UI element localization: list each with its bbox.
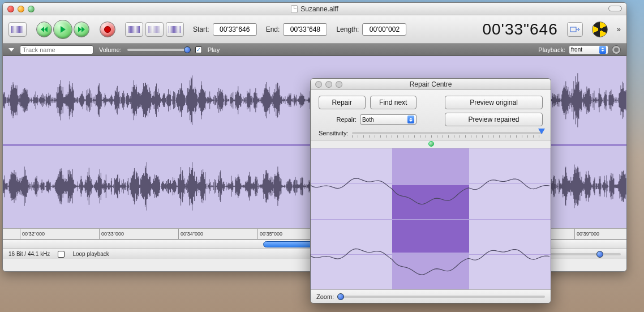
titlebar: Suzanne.aiff [3,3,626,15]
gear-icon[interactable] [612,45,621,54]
close-icon[interactable] [315,81,322,88]
sensitivity-slider[interactable] [352,132,543,134]
rewind-button[interactable] [36,22,52,37]
play-icon [61,26,66,33]
start-readout: Start: [193,23,257,36]
slider-thumb-icon[interactable] [184,46,191,53]
start-input[interactable] [213,23,257,36]
repair-zoom-label: Zoom: [316,293,334,300]
end-readout: End: [266,23,328,36]
audio-format-label: 16 Bit / 44.1 kHz [8,251,50,257]
window-controls [315,81,342,88]
export-icon [570,25,580,33]
record-icon [104,26,111,33]
slider-thumb-icon[interactable] [337,293,344,300]
select-arrows-icon [407,116,414,123]
ruler-tick: 00'34"000 [178,229,203,239]
length-readout: Length: [336,23,406,36]
minimize-icon[interactable] [18,6,24,12]
length-label: Length: [336,25,359,33]
repair-title-text: Repair Centre [410,80,452,88]
horizontal-scrollbar[interactable] [263,241,317,247]
ruler-tick: 00'35"000 [257,229,282,239]
repair-mode-label: Repair: [337,116,357,123]
repair-bottom-bar: Zoom: [311,289,551,303]
playback-select[interactable]: front [569,45,608,54]
loop-checkbox-label: Loop playback [72,251,109,257]
end-input[interactable] [283,23,327,36]
window-title-text: Suzanne.aiff [300,5,338,13]
start-label: Start: [193,25,209,33]
burn-button[interactable] [592,22,608,37]
repair-controls: Repair Find next Preview original Repair… [311,90,551,140]
play-checkbox-label: Play [208,46,220,53]
ruler-tick: 00'32"000 [20,229,45,239]
window-controls [7,6,35,12]
playback-select-value: front [571,46,582,53]
transport-controls [36,20,90,39]
edit-tools-group [125,22,184,37]
time-display: 00'33"646 [482,20,557,39]
toolbar: Start: End: Length: 00'33"646 » [3,15,626,44]
find-next-button[interactable]: Find next [370,96,417,109]
repair-zoom-slider[interactable] [337,296,545,298]
volume-slider[interactable] [127,49,190,51]
remove-marker-button[interactable] [145,22,164,37]
svg-rect-0 [570,27,576,32]
track-header: Volume: ✓ Play Playback: front [3,44,626,56]
marker-icon[interactable] [428,141,434,147]
waveform-icon [11,26,24,33]
zoom-icon[interactable] [336,81,342,88]
close-icon[interactable] [7,6,14,12]
repair-mode-value: Both [362,117,374,123]
forward-button[interactable] [74,22,89,37]
disclosure-icon[interactable] [8,48,14,52]
loop-checkbox[interactable]: ✓ [58,251,65,258]
play-checkbox[interactable]: ✓ [195,46,202,53]
slider-thumb-icon[interactable] [596,251,603,258]
end-label: End: [266,25,280,33]
repair-button[interactable]: Repair [319,96,366,109]
playback-controls: Playback: front [538,45,621,54]
zoom-icon[interactable] [28,6,35,12]
preview-repaired-button[interactable]: Preview repaired [445,113,543,126]
preview-original-button[interactable]: Preview original [445,96,543,109]
waveform-icon [169,26,181,33]
export-button[interactable] [567,22,583,37]
insert-marker-button[interactable] [125,22,143,37]
ruler-tick: 00'39"000 [574,229,599,239]
repair-marker-row [311,140,551,148]
slider-ticks [352,135,543,138]
ruler-tick: 00'33"000 [99,229,124,239]
overflow-icon[interactable]: » [617,25,621,33]
repair-titlebar: Repair Centre [311,79,551,90]
slider-thumb-icon[interactable] [538,129,545,134]
play-button[interactable] [53,20,72,39]
process-button[interactable] [166,22,184,37]
toolbar-toggle-icon[interactable] [608,6,622,11]
select-arrows-icon [599,46,606,54]
playback-label: Playback: [538,46,565,53]
repair-centre-window: Repair Centre Repair Find next Preview o… [310,78,551,304]
volume-label: Volume: [99,46,122,53]
sensitivity-label: Sensitivity: [319,130,349,136]
waveform-tool-button[interactable] [8,22,27,37]
repair-window-title: Repair Centre [311,80,551,88]
length-input[interactable] [362,23,406,36]
document-icon [291,5,298,13]
repair-mode-select[interactable]: Both [360,114,417,125]
waveform-icon [128,26,140,33]
window-title: Suzanne.aiff [3,5,626,13]
track-name-input[interactable] [20,45,93,54]
minimize-icon[interactable] [325,81,332,88]
repair-waveform-view[interactable] [311,148,551,289]
waveform-icon [148,26,161,33]
record-button[interactable] [100,22,115,37]
